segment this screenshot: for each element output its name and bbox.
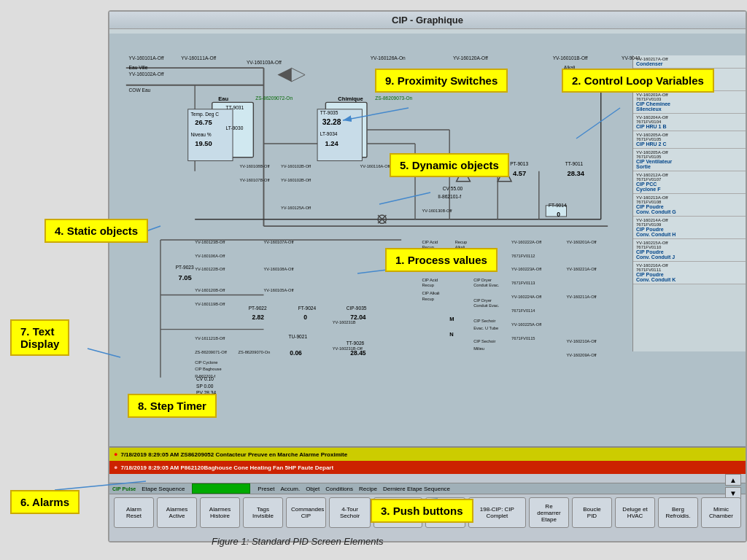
svg-rect-27 [546, 206, 566, 217]
svg-text:YV-160101A-Off: YV-160101A-Off [129, 55, 164, 61]
svg-marker-7 [277, 68, 291, 82]
berg-refroidis-button[interactable]: Berg Refroidis. [658, 497, 698, 528]
svg-text:PT-9022: PT-9022 [249, 306, 267, 311]
svg-text:YV-160101B-Off: YV-160101B-Off [553, 55, 588, 61]
svg-text:CV 0.10: CV 0.10 [196, 376, 214, 381]
svg-text:4.57: 4.57 [513, 169, 526, 177]
svg-text:72.04: 72.04 [350, 314, 366, 321]
accum-label: Accum. [280, 486, 300, 492]
alarm-bar-yellow: ● 7/18/2019 8:29:05 AM ZS86209052 Contac… [109, 448, 746, 461]
svg-text:PT-9023: PT-9023 [176, 265, 194, 270]
objet-label: Objet [306, 486, 320, 492]
yv-right-4: YV-160204A-Off7671FV0104 [636, 115, 743, 124]
4-tour-sechoir-button[interactable]: 4-Tour Sechoir [329, 497, 371, 528]
yv-right-10: YV-160215A-Off7671FV0110 [636, 241, 743, 249]
svg-text:YV-160102B-Off: YV-160102B-Off [281, 178, 311, 182]
svg-text:YV-160105A-Off: YV-160105A-Off [263, 288, 294, 292]
seq-green-bar [192, 483, 250, 494]
alarm-dot-red: ● [114, 464, 117, 471]
svg-text:Eau: Eau [218, 96, 228, 102]
commandes-cip-button[interactable]: Commandes CIP [286, 497, 326, 528]
svg-text:Recup: Recup [422, 297, 433, 301]
svg-text:CV 55.00: CV 55.00 [443, 186, 463, 191]
svg-text:LT-9034: LT-9034 [320, 131, 338, 136]
svg-text:YV-160102B-Off: YV-160102B-Off [281, 164, 311, 168]
svg-text:YV-160120A-Off: YV-160120A-Off [453, 55, 488, 61]
svg-text:CIP Acid: CIP Acid [422, 240, 438, 244]
svg-text:Niveau %: Niveau % [190, 133, 211, 138]
derniere-label: Derniere Etape Sequence [383, 486, 450, 492]
annotation-static-objects: 4. Static objects [44, 219, 148, 243]
svg-text:0.06: 0.06 [290, 349, 302, 357]
right-panel-item-ventilateur: YV-160205A-Off7671FV0105 CIP Ventilateur… [633, 149, 746, 171]
deluge-hvac-button[interactable]: Deluge et HVAC [615, 497, 655, 528]
svg-text:YV-160120B-Off: YV-160120B-Off [195, 288, 225, 292]
svg-text:7671FV0114: 7671FV0114 [511, 308, 535, 313]
alarmes-active-button[interactable]: Alarmes Active [157, 497, 197, 528]
annotation-text-display: 7. Text Display [10, 319, 69, 356]
right-label-hru2: CIP HRU 2 C [636, 141, 743, 147]
svg-text:YV-161121B-Off: YV-161121B-Off [195, 336, 225, 341]
seq-label: Etape Sequence [142, 486, 185, 492]
svg-text:32.28: 32.28 [322, 118, 341, 126]
svg-text:Conduit Evac.: Conduit Evac. [473, 303, 500, 308]
svg-text:Eau Ville: Eau Ville [129, 65, 148, 70]
svg-text:YV-160107A-Off: YV-160107A-Off [263, 240, 294, 244]
198-cip-complet-button[interactable]: 198-CIP: CIP Complet [468, 497, 526, 528]
tags-invisible-button[interactable]: Tags Invisible [243, 497, 283, 528]
svg-text:YV-160125A-Off: YV-160125A-Off [281, 206, 311, 210]
svg-text:YV-160201A-Off: YV-160201A-Off [567, 240, 597, 244]
nav-up-button[interactable]: ▲ [725, 474, 741, 486]
svg-text:TT-9011: TT-9011 [565, 161, 584, 166]
svg-rect-5 [212, 102, 254, 157]
re-demarrer-etape-button[interactable]: Re demarrer Etape [529, 497, 569, 528]
right-panel-item-poudre-h: YV-160214A-Off7671FV0109 CIP PoudreConv.… [633, 217, 746, 239]
right-label-poudre-g: CIP PoudreConv. Conduit G [636, 204, 743, 214]
mimic-chamber-button[interactable]: Mimic Chamber [701, 497, 741, 528]
svg-text:YV-160108A-Off: YV-160108A-Off [263, 267, 294, 271]
annotation-dynamic-objects: 5. Dynamic objects [390, 153, 509, 177]
svg-text:1.24: 1.24 [325, 139, 338, 147]
svg-text:2.82: 2.82 [252, 314, 264, 321]
right-panel-item-hru1: YV-160204A-Off7671FV0104 CIP HRU 1 B [633, 114, 746, 131]
annotation-push-buttons: 3. Push buttons [371, 499, 473, 523]
svg-text:7671FV0113: 7671FV0113 [511, 281, 535, 285]
svg-text:Recup: Recup [422, 283, 433, 287]
svg-text:CIP Sechoir: CIP Sechoir [473, 319, 495, 323]
svg-text:26.75: 26.75 [195, 118, 212, 126]
recipe-label: Recipe [359, 486, 377, 492]
svg-text:TT-9031: TT-9031 [226, 105, 244, 110]
right-panel-item-pcc: YV-160212A-Off7671FV0107 CIP PCCCyclone … [633, 171, 746, 194]
svg-point-13 [378, 215, 386, 223]
svg-text:CIP Alkali: CIP Alkali [422, 291, 439, 295]
right-panel-item-condenser: YV-160217A-Off Condenser [633, 55, 746, 69]
figure-caption: Figure 1: Standard PID Screen Elements [212, 536, 384, 547]
svg-text:YV-160209A-Off: YV-160209A-Off [567, 353, 597, 357]
right-label-cheminee: CIP ChemineeSilencieux [636, 101, 743, 112]
svg-text:LT-9030: LT-9030 [226, 125, 244, 131]
annotation-process-values: 1. Process values [385, 248, 498, 272]
svg-text:FT-9014: FT-9014 [549, 203, 567, 208]
svg-text:YV-160224A-Off: YV-160224A-Off [511, 295, 542, 299]
svg-text:YV-160122B-Off: YV-160122B-Off [195, 267, 225, 271]
svg-rect-6 [325, 102, 367, 157]
svg-text:ZS-86209072-On: ZS-86209072-On [255, 96, 293, 101]
svg-text:7671FV0112: 7671FV0112 [511, 254, 535, 258]
yv-right-5: YV-160205A-Off7671FV0105 [636, 133, 743, 141]
svg-text:Evac. U Tube: Evac. U Tube [473, 326, 498, 330]
boucle-pid-button[interactable]: Boucle PID [572, 497, 612, 528]
svg-text:28.45: 28.45 [350, 349, 366, 357]
alarm-reset-button[interactable]: Alarm Reset [114, 497, 154, 528]
right-label-hru1: CIP HRU 1 B [636, 124, 743, 129]
alarmes-histoire-button[interactable]: Alarmes Histoire [200, 497, 240, 528]
svg-text:0: 0 [303, 314, 307, 321]
svg-line-15 [378, 215, 386, 223]
svg-text:Milieu: Milieu [473, 346, 484, 351]
svg-text:YV-160221A-Off: YV-160221A-Off [567, 267, 597, 271]
main-container: CIP - Graphique [0, 0, 747, 560]
right-label-poudre-h: CIP PoudreConv. Conduit H [636, 227, 743, 237]
annotation-proximity-switches: 9. Proximity Switches [375, 69, 508, 93]
svg-text:YV-160223A-Off: YV-160223A-Off [511, 267, 542, 271]
right-label-poudre-j: CIP PoudreConv. Conduit J [636, 249, 743, 260]
svg-text:YV-160231B: YV-160231B [333, 320, 356, 324]
